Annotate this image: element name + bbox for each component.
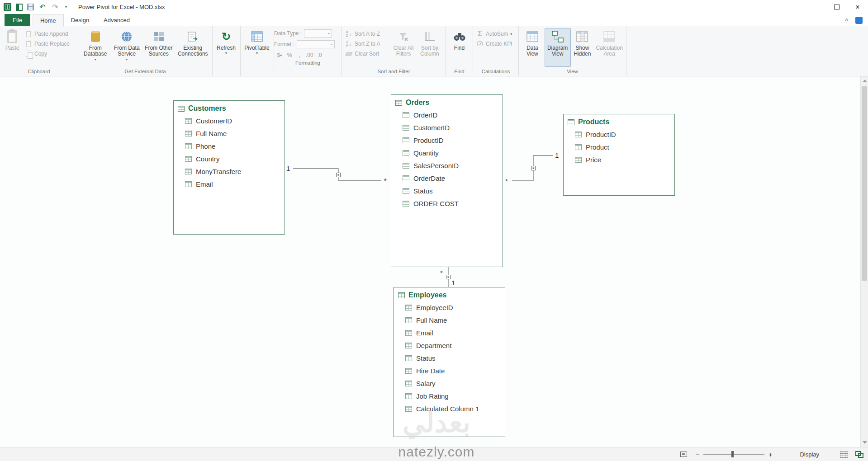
field-hire-date[interactable]: Hire Date <box>394 364 505 377</box>
fit-to-screen-icon[interactable] <box>680 452 687 457</box>
from-other-sources-button[interactable]: From Other Sources <box>142 28 175 67</box>
paste-append-button[interactable]: Paste Append <box>23 29 71 39</box>
field-price[interactable]: Price <box>564 153 674 166</box>
minimize-button[interactable] <box>806 0 826 14</box>
zoom-slider-thumb[interactable] <box>731 451 734 457</box>
paste-button[interactable]: Paste <box>1 28 23 67</box>
clear-all-filters-label: Clear All Filters <box>392 45 415 57</box>
scroll-down-icon[interactable] <box>863 441 867 444</box>
close-button[interactable]: × <box>847 0 868 14</box>
table-title-employees[interactable]: Employees <box>394 287 505 301</box>
sort-by-column-button[interactable]: Sort by Column <box>417 28 443 67</box>
calculation-area-button[interactable]: Calculation Area <box>594 28 625 67</box>
table-icon <box>568 119 574 125</box>
field-job-rating[interactable]: Job Rating <box>394 390 505 402</box>
field-calculated-column-1[interactable]: Calculated Column 1 <box>394 402 505 415</box>
maximize-button[interactable] <box>826 0 847 14</box>
percent-format-button[interactable]: % <box>285 51 294 60</box>
field-status[interactable]: Status <box>394 352 505 364</box>
field-country[interactable]: Country <box>174 152 285 165</box>
clear-sort-button[interactable]: Clear Sort <box>343 49 390 59</box>
field-employeeid[interactable]: EmployeeID <box>394 301 505 314</box>
currency-format-button[interactable]: $▾ <box>275 51 284 60</box>
table-title-customers[interactable]: Customers <box>174 101 285 114</box>
table-customers[interactable]: CustomersCustomerIDFull NamePhoneCountry… <box>173 100 285 235</box>
diagram-view-status-icon[interactable] <box>855 451 863 458</box>
undo-icon[interactable]: ↶ <box>38 3 47 11</box>
window-controls: × <box>806 0 868 14</box>
existing-connections-button[interactable]: Existing Connections <box>175 28 211 67</box>
field-product[interactable]: Product <box>564 141 674 153</box>
field-email[interactable]: Email <box>394 326 505 339</box>
field-icon <box>405 330 412 336</box>
paste-replace-button[interactable]: Paste Replace <box>23 39 71 49</box>
field-name: Quantity <box>413 149 439 157</box>
thousands-separator-button[interactable]: , <box>295 51 304 60</box>
table-employees[interactable]: EmployeesEmployeeIDFull NameEmailDepartm… <box>394 287 505 437</box>
help-icon[interactable] <box>855 17 863 24</box>
field-customerid[interactable]: CustomerID <box>391 121 503 134</box>
grid-view-icon[interactable] <box>840 451 848 458</box>
show-hidden-button[interactable]: Show Hidden <box>571 28 594 67</box>
scrollbar-thumb[interactable] <box>862 86 867 281</box>
copy-button[interactable]: Copy <box>23 49 71 59</box>
field-orderdate[interactable]: OrderDate <box>391 172 503 184</box>
pivottable-button[interactable]: PivotTable ▾ <box>242 28 272 67</box>
excel-icon[interactable] <box>16 4 23 11</box>
redo-icon[interactable]: ↷ <box>51 3 59 11</box>
field-order-cost[interactable]: ORDER COST <box>391 197 503 210</box>
data-type-dropdown[interactable] <box>304 29 332 38</box>
diagram-view-label: Diagram View <box>546 45 569 57</box>
field-salary[interactable]: Salary <box>394 377 505 390</box>
table-orders[interactable]: OrdersOrderIDCustomerIDProductIDQuantity… <box>391 94 503 267</box>
vertical-scrollbar[interactable] <box>860 76 868 447</box>
sort-a-to-z-button[interactable]: AZ ↓ Sort A to Z <box>343 29 390 39</box>
table-icon <box>395 100 402 106</box>
autosum-button[interactable]: Σ AutoSum ▾ <box>474 29 514 39</box>
decrease-decimal-button[interactable]: .0 <box>315 51 324 60</box>
scroll-up-icon[interactable] <box>863 80 867 82</box>
refresh-button[interactable]: ↻ Refresh ▾ <box>214 28 238 67</box>
field-status[interactable]: Status <box>391 184 503 197</box>
field-department[interactable]: Department <box>394 339 505 352</box>
sort-by-column-label: Sort by Column <box>418 45 441 57</box>
field-productid[interactable]: ProductID <box>391 134 503 146</box>
clear-all-filters-button[interactable]: Clear All Filters <box>390 28 417 67</box>
sort-filter-group-label: Sort and Filter <box>342 68 446 76</box>
table-products[interactable]: ProductsProductIDProductPrice <box>563 114 675 196</box>
field-salespersonid[interactable]: SalesPersonID <box>391 159 503 172</box>
ribbon-group-find: Find Find <box>446 26 473 76</box>
field-customerid[interactable]: CustomerID <box>174 114 285 127</box>
field-icon <box>185 156 192 162</box>
format-dropdown[interactable] <box>297 40 335 48</box>
field-full-name[interactable]: Full Name <box>394 314 505 326</box>
tab-design[interactable]: Design <box>64 14 96 26</box>
diagram-view-button[interactable]: Diagram View <box>545 28 571 67</box>
field-orderid[interactable]: OrderID <box>391 108 503 121</box>
field-productid[interactable]: ProductID <box>564 128 674 141</box>
field-monytransfere[interactable]: MonyTransfere <box>174 165 285 178</box>
from-database-button[interactable]: From Database ▾ <box>80 28 111 67</box>
table-title-orders[interactable]: Orders <box>391 95 503 108</box>
field-phone[interactable]: Phone <box>174 140 285 152</box>
data-view-button[interactable]: Data View <box>520 28 545 67</box>
tab-home[interactable]: Home <box>33 14 64 27</box>
qat-customize-icon[interactable]: ▾ <box>64 3 68 11</box>
tab-advanced[interactable]: Advanced <box>96 14 137 26</box>
field-email[interactable]: Email <box>174 178 285 190</box>
zoom-in-button[interactable]: + <box>767 451 773 458</box>
create-kpi-button[interactable]: Create KPI <box>474 39 514 49</box>
clipboard-group-label: Clipboard <box>0 68 78 76</box>
table-title-products[interactable]: Products <box>564 114 674 128</box>
zoom-out-button[interactable]: − <box>694 451 701 458</box>
from-data-service-button[interactable]: From Data Service ▾ <box>111 28 143 67</box>
find-button[interactable]: Find <box>448 28 471 67</box>
field-quantity[interactable]: Quantity <box>391 146 503 159</box>
save-icon[interactable] <box>27 4 34 10</box>
zoom-slider[interactable] <box>703 450 764 458</box>
field-full-name[interactable]: Full Name <box>174 127 285 140</box>
tab-file[interactable]: File <box>5 14 30 26</box>
sort-z-to-a-button[interactable]: ZA ↓ Sort Z to A <box>343 39 390 49</box>
collapse-ribbon-icon[interactable]: ^ <box>845 18 848 23</box>
increase-decimal-button[interactable]: .00 <box>305 51 314 60</box>
